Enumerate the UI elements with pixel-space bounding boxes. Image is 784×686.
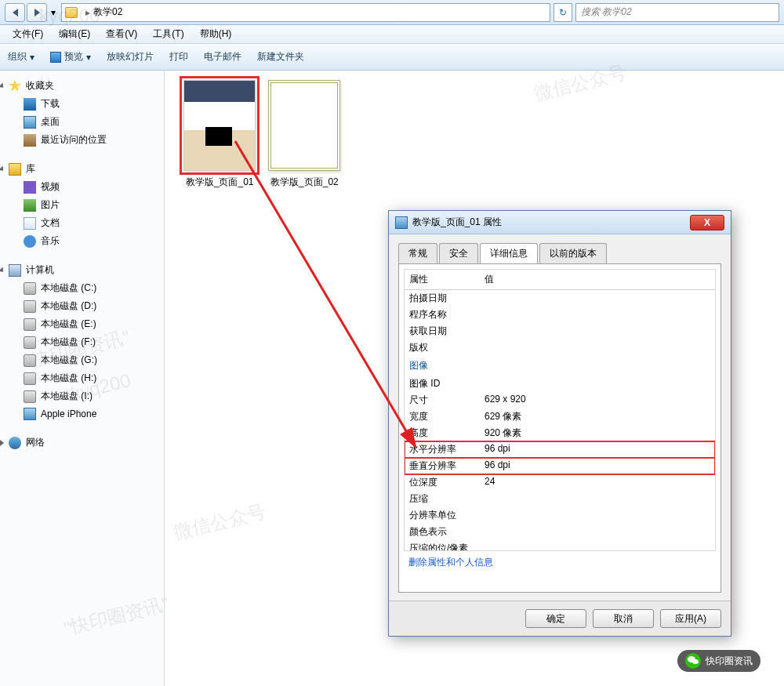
- organize-button[interactable]: 组织 ▾: [8, 50, 34, 64]
- file-label: 教学版_页面_01: [186, 176, 254, 189]
- nav-back-button[interactable]: [5, 3, 25, 22]
- sidebar-item-documents[interactable]: 文档: [3, 214, 161, 232]
- drive-icon: [24, 390, 36, 403]
- close-button[interactable]: X: [690, 215, 724, 230]
- sidebar-item-drive-i[interactable]: 本地磁盘 (I:): [3, 387, 161, 405]
- apply-button[interactable]: 应用(A): [660, 609, 721, 628]
- drive-icon: [24, 282, 36, 295]
- drive-icon: [24, 354, 36, 367]
- property-header: 属性值: [405, 270, 715, 290]
- dialog-titlebar[interactable]: 教学版_页面_01 属性 X: [389, 211, 731, 234]
- chevron-right-icon: ▸: [85, 7, 90, 18]
- expand-icon: [0, 82, 5, 89]
- toolbar: 组织 ▾ 预览 ▾ 放映幻灯片 打印 电子邮件 新建文件夹: [0, 44, 784, 71]
- sidebar-item-music[interactable]: 音乐: [3, 232, 161, 250]
- slideshow-button[interactable]: 放映幻灯片: [107, 50, 154, 64]
- history-dropdown[interactable]: ▾: [49, 7, 58, 18]
- prop-hres: 水平分辨率96 dpi: [405, 441, 715, 458]
- address-bar: ▾ ▸ 教学02 ↻ 搜索 教学02: [0, 0, 784, 25]
- file-thumbnail[interactable]: 教学版_页面_02: [265, 80, 343, 189]
- menu-view[interactable]: 查看(V): [100, 26, 143, 42]
- sidebar-libraries[interactable]: 库: [3, 160, 161, 178]
- documents-icon: [24, 217, 36, 230]
- ok-button[interactable]: 确定: [525, 609, 586, 628]
- preview-button[interactable]: 预览 ▾: [50, 50, 91, 64]
- menu-edit[interactable]: 编辑(E): [53, 26, 96, 42]
- breadcrumb-folder[interactable]: 教学02: [93, 5, 122, 19]
- expand-icon: [0, 267, 5, 274]
- tab-previous-versions[interactable]: 以前的版本: [539, 243, 607, 263]
- dialog-title: 教学版_页面_01 属性: [412, 216, 502, 229]
- sidebar-item-drive-c[interactable]: 本地磁盘 (C:): [3, 279, 161, 297]
- drive-icon: [24, 300, 36, 313]
- drive-icon: [24, 336, 36, 349]
- section-image: 图像: [405, 356, 715, 376]
- sidebar-item-recent[interactable]: 最近访问的位置: [3, 131, 161, 149]
- wechat-badge: 快印圈资讯: [677, 650, 760, 672]
- menu-help[interactable]: 帮助(H): [194, 26, 238, 42]
- sidebar-item-drive-g[interactable]: 本地磁盘 (G:): [3, 351, 161, 369]
- sidebar-item-drive-d[interactable]: 本地磁盘 (D:): [3, 297, 161, 315]
- email-button[interactable]: 电子邮件: [204, 50, 241, 64]
- newfolder-button[interactable]: 新建文件夹: [257, 50, 304, 64]
- details-pane: 属性值 拍摄日期 程序名称 获取日期 版权 图像 图像 ID 尺寸629 x 9…: [398, 263, 721, 593]
- wechat-icon: [685, 653, 701, 669]
- drive-icon: [24, 372, 36, 385]
- file-label: 教学版_页面_02: [270, 176, 339, 189]
- sidebar-item-drive-h[interactable]: 本地磁盘 (H:): [3, 369, 161, 387]
- sidebar-network[interactable]: 网络: [3, 434, 161, 452]
- menu-file[interactable]: 文件(F): [6, 26, 49, 42]
- device-icon: [24, 408, 36, 420]
- nav-forward-button[interactable]: [27, 3, 47, 22]
- library-icon: [9, 163, 21, 176]
- dialog-icon: [395, 216, 408, 229]
- network-icon: [9, 437, 21, 449]
- recent-icon: [24, 134, 36, 147]
- sidebar-item-iphone[interactable]: Apple iPhone: [3, 405, 161, 423]
- file-thumbnail[interactable]: 教学版_页面_01: [180, 80, 259, 189]
- music-icon: [24, 235, 36, 248]
- menu-bar: 文件(F) 编辑(E) 查看(V) 工具(T) 帮助(H): [0, 25, 784, 44]
- menu-tools[interactable]: 工具(T): [147, 26, 190, 42]
- expand-icon: [0, 440, 4, 446]
- sidebar-item-pictures[interactable]: 图片: [3, 196, 161, 214]
- tab-details[interactable]: 详细信息: [480, 243, 538, 263]
- sidebar-item-drive-f[interactable]: 本地磁盘 (F:): [3, 333, 161, 351]
- cancel-button[interactable]: 取消: [593, 609, 654, 628]
- properties-dialog: 教学版_页面_01 属性 X 常规 安全 详细信息 以前的版本 属性值 拍摄日期…: [388, 210, 731, 637]
- remove-properties-link[interactable]: 删除属性和个人信息: [404, 551, 716, 574]
- tab-general[interactable]: 常规: [398, 243, 437, 263]
- tab-security[interactable]: 安全: [439, 243, 478, 263]
- sidebar-item-downloads[interactable]: 下载: [3, 95, 161, 113]
- download-icon: [24, 98, 36, 111]
- star-icon: [9, 80, 21, 93]
- sidebar-item-videos[interactable]: 视频: [3, 178, 161, 196]
- video-icon: [24, 181, 36, 194]
- sidebar-item-desktop[interactable]: 桌面: [3, 113, 161, 131]
- folder-icon: [65, 7, 78, 18]
- desktop-icon: [24, 116, 36, 129]
- drive-icon: [24, 318, 36, 331]
- print-button[interactable]: 打印: [169, 50, 188, 64]
- arrow-right-icon: [34, 9, 40, 16]
- breadcrumb[interactable]: ▸ 教学02: [61, 3, 550, 22]
- sidebar: 收藏夹 下载 桌面 最近访问的位置 库 视频 图片 文档 音乐 计算机 本地磁盘…: [0, 71, 165, 686]
- computer-icon: [9, 264, 21, 277]
- pictures-icon: [24, 199, 36, 212]
- dialog-tabs: 常规 安全 详细信息 以前的版本: [398, 243, 721, 264]
- property-list[interactable]: 属性值 拍摄日期 程序名称 获取日期 版权 图像 图像 ID 尺寸629 x 9…: [404, 269, 716, 551]
- refresh-button[interactable]: ↻: [554, 3, 572, 22]
- prop-vres: 垂直分辨率96 dpi: [405, 458, 715, 474]
- search-input[interactable]: 搜索 教学02: [575, 3, 779, 22]
- sidebar-item-drive-e[interactable]: 本地磁盘 (E:): [3, 315, 161, 333]
- preview-icon: [50, 52, 61, 63]
- sidebar-computer[interactable]: 计算机: [3, 261, 161, 279]
- expand-icon: [0, 165, 5, 172]
- arrow-left-icon: [13, 9, 18, 16]
- sidebar-favorites[interactable]: 收藏夹: [3, 77, 161, 95]
